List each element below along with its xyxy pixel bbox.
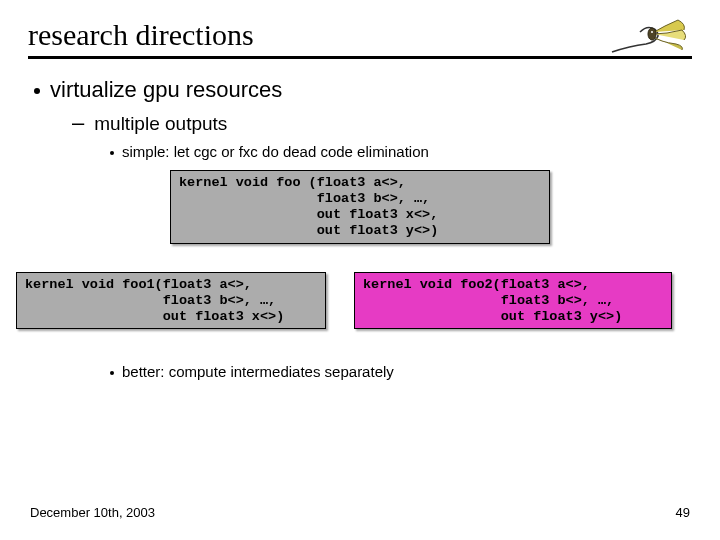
code-block-top-wrap: kernel void foo (float3 a<>, float3 b<>,… [28,170,692,244]
bullet-level1: virtualize gpu resources [34,77,692,103]
bullet-dot-icon [110,151,114,155]
bullet-level3-better: better: compute intermediates separately [110,363,692,380]
footer-date: December 10th, 2003 [30,505,155,520]
title-divider [28,56,692,59]
bullet-text: better: compute intermediates separately [122,363,394,380]
bullet-text: simple: let cgc or fxc do dead code elim… [122,143,429,160]
slide-title: research directions [28,18,692,52]
bullet-dot-icon [34,88,40,94]
svg-point-0 [648,28,656,40]
bullet-text: multiple outputs [94,113,227,135]
bullet-text: virtualize gpu resources [50,77,282,103]
code-block-foo: kernel void foo (float3 a<>, float3 b<>,… [170,170,550,244]
bullet-dot-icon [110,371,114,375]
svg-point-1 [651,31,653,33]
bullet-level2: – multiple outputs [72,113,692,135]
code-block-row: kernel void foo1(float3 a<>, float3 b<>,… [28,272,692,330]
code-block-foo2: kernel void foo2(float3 a<>, float3 b<>,… [354,272,672,330]
bullet-level3-simple: simple: let cgc or fxc do dead code elim… [110,143,692,160]
slide: research directions virtualize gpu resou… [0,0,720,540]
feathered-lure-icon [610,12,698,68]
title-row: research directions [28,18,692,59]
footer-page-number: 49 [676,505,690,520]
code-block-foo1: kernel void foo1(float3 a<>, float3 b<>,… [16,272,326,330]
bullet-dash-icon: – [72,113,84,132]
bullet-list: virtualize gpu resources – multiple outp… [28,77,692,380]
